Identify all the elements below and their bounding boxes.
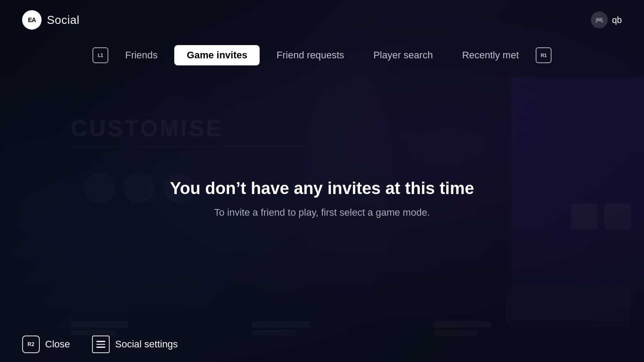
nav-l1-button[interactable]: L1 [92, 47, 108, 63]
tab-friend-requests-label: Friend requests [276, 50, 344, 61]
avatar: 🎮 [591, 11, 608, 28]
settings-icon [92, 335, 110, 353]
close-label: Close [45, 339, 70, 350]
app-title: Social [47, 13, 80, 27]
menu-line-2 [96, 344, 105, 345]
avatar-icon: 🎮 [595, 16, 604, 24]
empty-state-title: You don’t have any invites at this time [170, 179, 474, 198]
social-settings-button[interactable]: Social settings [92, 335, 178, 353]
settings-label: Social settings [115, 339, 178, 350]
tab-recently-met-label: Recently met [462, 50, 519, 61]
tab-player-search-label: Player search [373, 50, 433, 61]
l1-label: L1 [98, 53, 103, 58]
navigation: L1 Friends Game invites Friend requests … [0, 40, 644, 71]
close-button[interactable]: R2 Close [22, 335, 70, 353]
user-area: 🎮 qb [591, 11, 622, 28]
footer: R2 Close Social settings [0, 327, 644, 362]
ea-logo-text: EA [28, 16, 35, 23]
menu-line-3 [96, 347, 105, 348]
menu-lines-icon [96, 341, 105, 348]
tab-friend-requests[interactable]: Friend requests [264, 45, 356, 65]
menu-line-1 [96, 341, 105, 342]
r1-label: R1 [541, 53, 547, 58]
r2-icon: R2 [22, 335, 40, 353]
r2-label: R2 [27, 341, 34, 347]
logo-area: EA Social [22, 10, 80, 30]
header: EA Social 🎮 qb [0, 0, 644, 40]
main-content: You don’t have any invites at this time … [0, 71, 644, 327]
ea-logo: EA [22, 10, 42, 30]
tab-game-invites-label: Game invites [187, 50, 247, 61]
tab-player-search[interactable]: Player search [361, 45, 445, 65]
tab-friends-label: Friends [125, 50, 157, 61]
empty-state-subtitle: To invite a friend to play, first select… [214, 207, 430, 218]
tab-friends[interactable]: Friends [113, 45, 170, 65]
tab-game-invites[interactable]: Game invites [174, 45, 260, 65]
username: qb [612, 15, 622, 25]
nav-r1-button[interactable]: R1 [536, 47, 552, 63]
tab-recently-met[interactable]: Recently met [450, 45, 531, 65]
